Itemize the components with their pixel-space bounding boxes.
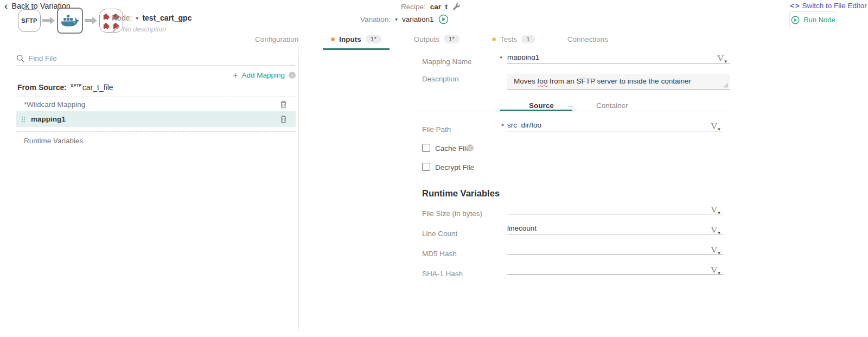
resize-handle-icon[interactable] — [724, 83, 729, 88]
recipe-label: Recipe: — [401, 3, 426, 11]
node-label: Node: — [112, 14, 132, 22]
node-meta: Node: ▾ test_cart_gpc No description — [112, 14, 192, 33]
variation-selector: Variation: ▾ variation1 — [360, 14, 449, 24]
sha1-hash-label: SHA-1 Hash — [422, 270, 463, 278]
delete-mapping-button[interactable] — [280, 100, 287, 109]
source-type-prefix: SFTP — [71, 83, 82, 88]
flow-arrow-icon — [85, 16, 98, 25]
chevron-left-icon: ‹ — [4, 2, 8, 10]
line-count-input[interactable] — [507, 225, 723, 231]
code-icon: < > — [790, 2, 799, 10]
run-node-button[interactable]: Run Node — [789, 11, 837, 28]
run-node-label: Run Node — [803, 16, 835, 24]
flow-arrow-icon — [42, 16, 55, 25]
md5-hash-field — [507, 245, 723, 255]
add-mapping-label: Add Mapping — [241, 71, 285, 79]
variable-menu-icon[interactable]: V▾ — [717, 54, 727, 64]
tab-label: Configuration — [255, 35, 298, 43]
variation-label: Variation: — [360, 15, 391, 23]
description-textarea[interactable]: Moves foo from an SFTP server to inside … — [507, 74, 730, 90]
variable-menu-icon[interactable]: V▾ — [711, 225, 720, 236]
panel-divider — [298, 49, 299, 330]
mapping-name-input[interactable] — [507, 54, 730, 60]
line-count-field — [507, 225, 723, 234]
tab-tests[interactable]: Tests 1 — [484, 35, 543, 50]
from-source-label: From Source: — [17, 83, 67, 92]
sftp-source-node[interactable]: SFTP — [18, 9, 41, 32]
delete-mapping-button[interactable] — [280, 115, 287, 123]
file-size-input[interactable] — [507, 205, 723, 211]
required-asterisk: * — [501, 122, 504, 130]
description-label: Description — [422, 75, 459, 83]
trash-icon — [280, 100, 287, 109]
tab-count-badge: 1* — [444, 35, 459, 43]
recipe-name: car_t — [430, 3, 448, 11]
search-icon — [16, 54, 24, 62]
subtab-source[interactable]: Source — [529, 101, 554, 110]
sha1-hash-field — [507, 265, 723, 275]
md5-hash-input[interactable] — [507, 245, 723, 251]
mapping-name: *Wildcard Mapping — [24, 100, 85, 109]
tab-inputs[interactable]: Inputs 1* — [323, 35, 389, 50]
switch-to-file-editor-label: Switch to File Editor — [802, 2, 867, 10]
mapping-name-field — [507, 54, 730, 63]
tab-configuration[interactable]: Configuration — [247, 35, 307, 50]
sha1-hash-input[interactable] — [507, 265, 723, 271]
from-source-value: car_t_file — [82, 83, 113, 92]
pencil-icon[interactable] — [112, 26, 119, 33]
list-item-mapping1[interactable]: mapping1 — [16, 111, 296, 127]
sftp-node-label: SFTP — [21, 17, 37, 24]
decrypt-file-checkbox[interactable] — [422, 163, 430, 171]
variable-menu-icon[interactable]: V▾ — [711, 245, 720, 256]
variable-menu-icon[interactable]: V▾ — [711, 205, 720, 215]
file-path-input[interactable] — [507, 122, 723, 128]
arrow-right-icon: → — [566, 100, 575, 110]
variation-dropdown-caret-icon[interactable]: ▾ — [395, 16, 398, 22]
mapping-list: *Wildcard Mapping mapping1 — [16, 97, 296, 145]
node-editor-page: ‹ Back to Variation Recipe: car_t < > Sw… — [0, 0, 868, 337]
subtab-active-underline — [500, 110, 572, 111]
find-file-input[interactable] — [29, 54, 296, 62]
file-size-field — [507, 205, 723, 214]
docker-container-node[interactable] — [57, 8, 83, 34]
switch-to-file-editor-link[interactable]: < > Switch to File Editor — [790, 2, 867, 10]
list-item-wildcard-mapping[interactable]: *Wildcard Mapping — [16, 97, 296, 111]
subtab-container[interactable]: Container — [596, 101, 628, 110]
add-mapping-button[interactable]: + Add Mapping i — [16, 71, 296, 79]
trash-icon — [280, 115, 287, 123]
variable-menu-icon[interactable]: V▾ — [711, 265, 720, 276]
play-circle-icon — [791, 16, 800, 24]
variation-name: variation1 — [402, 15, 434, 23]
divider — [16, 131, 296, 132]
file-size-label: File Size (in bytes) — [422, 209, 482, 218]
plus-icon: + — [233, 72, 238, 79]
drag-handle-icon[interactable] — [21, 116, 25, 123]
runtime-variables-heading: Runtime Variables — [422, 188, 500, 199]
file-path-label: File Path — [422, 125, 451, 133]
tab-label: Tests — [500, 35, 518, 43]
tab-count-badge: 1* — [366, 35, 381, 43]
md5-hash-label: MD5 Hash — [422, 250, 457, 258]
node-name: test_cart_gpc — [142, 14, 192, 22]
docker-whale-icon — [60, 14, 80, 28]
tab-connections[interactable]: Connections — [559, 35, 616, 50]
info-icon[interactable]: i — [467, 144, 474, 151]
node-description: No description — [123, 26, 166, 33]
puzzle-icon — [102, 12, 110, 20]
mapping-name: mapping1 — [31, 115, 66, 123]
cache-file-checkbox[interactable] — [422, 144, 430, 152]
node-dropdown-caret-icon[interactable]: ▾ — [136, 15, 138, 21]
misspelled-word: foo — [538, 77, 548, 85]
info-icon[interactable]: i — [289, 72, 296, 79]
tab-label: Connections — [567, 35, 608, 43]
recipe-indicator: Recipe: car_t — [401, 2, 461, 11]
wrench-icon[interactable] — [452, 2, 461, 11]
run-variation-play-icon[interactable] — [438, 14, 449, 24]
find-file-search — [16, 54, 296, 66]
tab-count-badge: 1 — [521, 35, 534, 43]
sidebar-item-runtime-variables[interactable]: Runtime Variables — [16, 137, 296, 145]
tab-outputs[interactable]: Outputs 1* — [406, 35, 468, 50]
file-path-field — [507, 122, 723, 131]
variable-menu-icon[interactable]: V▾ — [711, 122, 720, 132]
line-count-label: Line Count — [422, 230, 457, 238]
